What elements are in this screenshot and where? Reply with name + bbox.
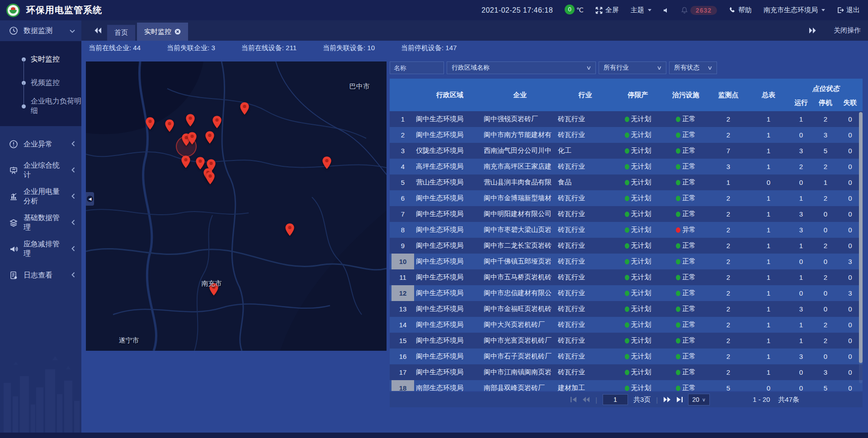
status-filter-select[interactable]: 所有状态∨ bbox=[669, 61, 717, 74]
table-scrollbar[interactable] bbox=[859, 112, 863, 383]
cell-stop: 2 bbox=[813, 337, 838, 344]
tab-close-icon[interactable] bbox=[175, 28, 181, 35]
sidebar-group-2[interactable]: 企业异常 bbox=[0, 132, 81, 156]
previous-page-button[interactable] bbox=[582, 397, 590, 402]
first-page-button[interactable] bbox=[571, 397, 577, 402]
last-page-button[interactable] bbox=[676, 397, 683, 402]
sidebar-group-6[interactable]: 应急减排管理 bbox=[0, 237, 81, 261]
cell-region: 阆中生态环境局 bbox=[416, 226, 484, 234]
map-pin[interactable] bbox=[322, 156, 332, 170]
cell-meters: 1 bbox=[748, 147, 789, 155]
cell-run: 3 bbox=[789, 210, 813, 218]
close-operations-button[interactable]: 关闭操作 bbox=[834, 26, 861, 35]
map-pin[interactable] bbox=[240, 102, 250, 115]
table-row[interactable]: 9 阆中生态环境局 阆中市二龙长宝页岩砖 砖瓦行业 无计划 正常 2 1 1 2… bbox=[390, 238, 863, 254]
cell-meters: 1 bbox=[748, 194, 789, 202]
table-row[interactable]: 16 阆中生态环境局 阆中市石子页岩机砖厂 砖瓦行业 无计划 正常 2 1 3 … bbox=[390, 349, 863, 364]
table-row[interactable]: 6 阆中生态环境局 阆中市金博瑞新型墙材 砖瓦行业 无计划 正常 2 1 1 2… bbox=[390, 190, 863, 206]
cell-limit: 无计划 bbox=[613, 115, 663, 123]
menu-group-icon bbox=[9, 26, 18, 35]
notification-area[interactable]: 2632 bbox=[681, 6, 717, 15]
cell-facility: 正常 bbox=[663, 320, 708, 329]
status-dot-green bbox=[625, 227, 629, 233]
cell-stop: 0 bbox=[813, 210, 838, 218]
tabs-scroll-right-button[interactable] bbox=[803, 20, 822, 41]
page-size-select[interactable]: 20∨ bbox=[688, 394, 710, 405]
map-pin[interactable] bbox=[187, 132, 197, 145]
map-collapse-handle[interactable]: ◀ bbox=[86, 192, 94, 206]
table-row[interactable]: 5 营山生态环境局 营山县润丰肉食品有限 食品 无计划 正常 1 0 0 1 0 bbox=[390, 174, 863, 190]
table-row[interactable]: 17 阆中生态环境局 阆中市江南镇阆南页岩 砖瓦行业 无计划 正常 2 1 0 … bbox=[390, 364, 863, 380]
org-dropdown[interactable]: 南充市生态环境局 bbox=[764, 6, 825, 14]
filter-bar: 行政区域名称∨ 所有行业∨ 所有状态∨ bbox=[390, 61, 863, 74]
industry-filter-select[interactable]: 所有行业∨ bbox=[599, 61, 666, 74]
table-row[interactable]: 11 阆中生态环境局 阆中市五马桥页岩机砖 砖瓦行业 无计划 正常 2 1 1 … bbox=[390, 269, 863, 285]
table-row[interactable]: 18 南部生态环境局 南部县双峰页岩砖厂 建材加工 无计划 正常 5 0 0 5… bbox=[390, 380, 863, 391]
mute-button[interactable] bbox=[663, 7, 670, 14]
cell-stop: 0 bbox=[813, 305, 838, 313]
fullscreen-button[interactable]: 全屏 bbox=[595, 6, 619, 14]
tab[interactable]: 实时监控 bbox=[137, 23, 188, 41]
table-row[interactable]: 14 阆中生态环境局 阆中大兴页岩机砖厂 砖瓦行业 无计划 正常 2 1 1 2… bbox=[390, 317, 863, 333]
cell-facility: 正常 bbox=[663, 368, 708, 377]
sidebar-subitem[interactable]: 实时监控 bbox=[0, 47, 81, 71]
col-meters: 总表 bbox=[748, 79, 789, 111]
chevron-down-icon: ∨ bbox=[656, 65, 662, 71]
row-index: 9 bbox=[392, 238, 414, 254]
sidebar-group-1[interactable]: 数据监测 bbox=[0, 20, 81, 41]
page-number-input[interactable] bbox=[603, 394, 628, 405]
row-index: 17 bbox=[392, 364, 414, 380]
cell-limit: 无计划 bbox=[613, 273, 663, 282]
status-dot bbox=[676, 227, 680, 233]
cell-limit: 无计划 bbox=[613, 178, 663, 187]
map-pin[interactable] bbox=[145, 117, 155, 130]
cell-region: 阆中生态环境局 bbox=[416, 289, 484, 297]
cell-limit: 无计划 bbox=[613, 146, 663, 155]
cell-stop: 1 bbox=[813, 179, 838, 186]
table-row[interactable]: 12 阆中生态环境局 阆中市忠信建材有限公 砖瓦行业 无计划 正常 2 1 0 … bbox=[390, 285, 863, 301]
table-row[interactable]: 13 阆中生态环境局 阆中市金福旺页岩机砖 砖瓦行业 无计划 正常 2 1 3 … bbox=[390, 301, 863, 317]
sidebar-group-3[interactable]: 企业综合统计 bbox=[0, 159, 81, 182]
table-row[interactable]: 3 仪陇生态环境局 西南油气田分公司川中 化工 无计划 正常 7 1 3 5 0 bbox=[390, 143, 863, 159]
map-pin[interactable] bbox=[185, 113, 195, 127]
map-pin[interactable] bbox=[212, 115, 222, 129]
sidebar-subitem[interactable]: 企业电力负荷明细 bbox=[0, 94, 81, 118]
map-pin[interactable] bbox=[285, 223, 295, 236]
next-page-button[interactable] bbox=[663, 397, 671, 402]
tab-label: 首页 bbox=[114, 28, 128, 37]
sidebar-group-5[interactable]: 基础数据管理 bbox=[0, 211, 81, 235]
cell-region: 阆中生态环境局 bbox=[416, 320, 484, 329]
table-row[interactable]: 10 阆中生态环境局 阆中千佛镇五郎垭页岩 砖瓦行业 无计划 正常 2 1 0 … bbox=[390, 254, 863, 269]
menu-group-icon bbox=[9, 192, 18, 201]
table-row[interactable]: 15 阆中生态环境局 阆中市光富页岩机砖厂 砖瓦行业 无计划 正常 2 1 1 … bbox=[390, 333, 863, 349]
cell-stop: 2 bbox=[813, 321, 838, 329]
table-row[interactable]: 4 高坪生态环境局 南充市高坪区王家店建 砖瓦行业 无计划 正常 3 1 2 2… bbox=[390, 159, 863, 174]
map-pin[interactable] bbox=[205, 131, 215, 144]
sidebar-group-4[interactable]: 企业用电量分析 bbox=[0, 185, 81, 208]
cell-facility: 正常 bbox=[663, 131, 708, 139]
cell-region: 阆中生态环境局 bbox=[416, 368, 484, 377]
name-filter-input[interactable] bbox=[390, 61, 444, 74]
status-dot-green bbox=[625, 243, 629, 249]
map-pin[interactable] bbox=[205, 171, 215, 185]
map-pin[interactable] bbox=[181, 155, 191, 169]
table-row[interactable]: 1 阆中生态环境局 阆中强锐页岩砖厂 砖瓦行业 无计划 正常 2 1 1 2 0 bbox=[390, 111, 863, 127]
cell-limit: 无计划 bbox=[613, 210, 663, 218]
logout-button[interactable]: 退出 bbox=[837, 6, 860, 14]
help-button[interactable]: 帮助 bbox=[729, 6, 752, 14]
region-filter-select[interactable]: 行政区域名称∨ bbox=[447, 61, 596, 74]
table-row[interactable]: 8 阆中生态环境局 阆中市枣碧大梁山页岩 砖瓦行业 无计划 异常 2 1 3 0… bbox=[390, 222, 863, 238]
sidebar-subitem[interactable]: 视频监控 bbox=[0, 71, 81, 94]
theme-dropdown[interactable]: 主题 bbox=[631, 6, 651, 14]
table-row[interactable]: 2 阆中生态环境局 阆中市南方节能建材有 砖瓦行业 无计划 正常 2 1 0 3… bbox=[390, 127, 863, 143]
cell-points: 2 bbox=[708, 115, 748, 123]
map-pin[interactable] bbox=[165, 119, 175, 132]
table-row[interactable]: 7 阆中生态环境局 阆中明阳建材有限公司 砖瓦行业 无计划 正常 2 1 3 0… bbox=[390, 206, 863, 222]
cell-limit: 无计划 bbox=[613, 226, 663, 234]
sidebar-group-7[interactable]: 日志查看 bbox=[0, 264, 81, 287]
cell-stop: 0 bbox=[813, 353, 838, 360]
status-dot bbox=[676, 354, 680, 359]
tab[interactable]: 首页 bbox=[107, 25, 135, 41]
map-panel[interactable]: 巴中市 南充市 遂宁市 ◀ bbox=[86, 61, 387, 351]
tabs-scroll-left-button[interactable] bbox=[89, 20, 107, 41]
